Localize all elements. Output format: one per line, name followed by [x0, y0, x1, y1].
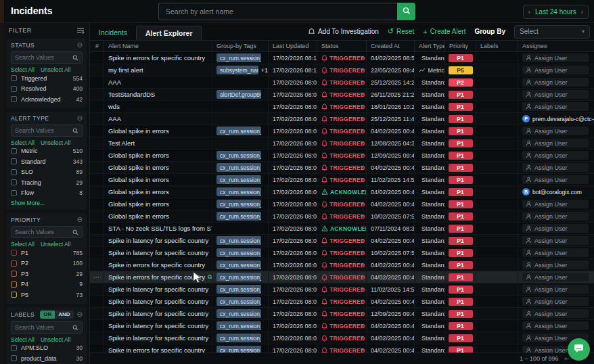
assign-user-button[interactable]: Assign User — [522, 248, 589, 258]
checkbox[interactable] — [11, 75, 17, 81]
status-dropdown[interactable]: TRIGGERED ▾ — [317, 296, 366, 307]
filter-item[interactable]: P1 785 — [11, 248, 83, 258]
filter-item[interactable]: SLO 89 — [11, 167, 83, 178]
time-range-next-icon[interactable]: › — [581, 9, 583, 16]
assign-user-button[interactable]: Assign User — [522, 78, 589, 87]
row-menu-icon[interactable]: ⋯ — [93, 273, 101, 281]
checkbox[interactable] — [11, 355, 17, 361]
table-row[interactable]: ⋯ Spike in latency for specific country … — [90, 308, 594, 320]
status-dropdown[interactable]: TRIGGERED ▾ — [317, 89, 366, 100]
table-row[interactable]: ⋯ Global spike in errors ⧉ cx_rum.sessio… — [90, 162, 594, 174]
checkbox[interactable] — [11, 292, 17, 298]
filter-item[interactable]: Tracing 29 — [11, 177, 83, 188]
assignee-user[interactable]: P prem.devarajalu-c@ctc-g.co — [522, 115, 594, 122]
table-row[interactable]: ⋯ Spike in latency for specific country … — [90, 283, 594, 296]
assign-user-button[interactable]: Assign User — [522, 151, 589, 160]
checkbox[interactable] — [11, 96, 17, 102]
table-row[interactable]: ⋯ STA - No zeek SSL/TLS logs from STA to… — [90, 223, 594, 235]
and-toggle[interactable]: AND — [55, 311, 73, 319]
filter-item[interactable]: APM:SLO 30 — [11, 343, 83, 354]
unselect-all-link[interactable]: Unselect All — [41, 241, 70, 248]
assign-user-button[interactable]: Assign User — [522, 139, 589, 148]
table-row[interactable]: ⋯ Global spike in errors ⧉ cx_rum.sessio… — [90, 174, 594, 186]
select-all-link[interactable]: Select All — [11, 66, 35, 73]
filter-item[interactable]: Triggered 554 — [11, 73, 83, 84]
select-all-link[interactable]: Select All — [11, 241, 35, 248]
status-dropdown[interactable]: ACKNOWLEDGED ▾ — [317, 186, 366, 198]
create-alert-button[interactable]: + Create Alert — [423, 28, 465, 36]
assign-user-button[interactable]: Assign User — [522, 90, 589, 99]
status-dropdown[interactable]: TRIGGERED ▾ — [317, 162, 366, 173]
table-row[interactable]: ⋯ Spike in errors for specific country ⧉… — [90, 344, 594, 352]
add-to-investigation-button[interactable]: Add To Investigation — [308, 28, 379, 36]
filter-item[interactable]: P2 100 — [11, 258, 83, 269]
filter-search-input[interactable] — [15, 127, 72, 134]
status-dropdown[interactable]: TRIGGERED ▾ — [317, 52, 366, 64]
reset-button[interactable]: ↺ Reset — [388, 27, 414, 36]
assign-user-button[interactable]: Assign User — [522, 127, 589, 136]
table-row[interactable]: ⋯ AAA ⧉ 17/02/2026 08:09:34 TRIGGERED ▾ … — [90, 113, 594, 125]
table-row[interactable]: ⋯ Spike in latency for specific country … — [90, 332, 594, 344]
chat-widget-button[interactable] — [568, 338, 590, 361]
labels-or-and-toggle[interactable]: OR AND — [40, 311, 73, 319]
time-range-prev-icon[interactable]: ‹ — [528, 9, 530, 16]
table-row[interactable]: ⋯ my first alert ⧉ subsystem_name: +1 17… — [90, 64, 594, 76]
tab-alert-explorer[interactable]: Alert Explorer — [136, 26, 202, 40]
table-row[interactable]: ⋯ Spike in latency for specific country … — [90, 247, 594, 259]
assign-user-button[interactable]: Assign User — [522, 236, 589, 246]
filter-item[interactable]: P4 9 — [11, 279, 83, 290]
checkbox[interactable] — [11, 260, 17, 267]
status-dropdown[interactable]: TRIGGERED ▾ — [317, 271, 366, 283]
status-dropdown[interactable]: TRIGGERED ▾ — [317, 308, 366, 319]
filter-item[interactable]: Flow 8 — [11, 188, 83, 199]
status-dropdown[interactable]: TRIGGERED ▾ — [317, 150, 366, 161]
status-dropdown[interactable]: TRIGGERED ▾ — [317, 101, 366, 112]
assign-user-button[interactable]: Assign User — [522, 212, 589, 221]
search-button[interactable] — [397, 3, 415, 20]
status-dropdown[interactable]: TRIGGERED ▾ — [317, 137, 366, 149]
status-dropdown[interactable]: TRIGGERED ▾ — [317, 113, 366, 124]
status-dropdown[interactable]: TRIGGERED ▾ — [317, 320, 366, 332]
collapse-section-icon[interactable]: ⊖ — [77, 115, 83, 122]
assign-user-button[interactable]: Assign User — [522, 53, 589, 63]
search-input[interactable] — [158, 3, 397, 20]
checkbox[interactable] — [11, 86, 17, 92]
assign-user-button[interactable]: Assign User — [522, 260, 589, 270]
table-row[interactable]: ⋯ Global spike in errors ⧉ cx_rum.sessio… — [90, 210, 594, 223]
status-dropdown[interactable]: TRIGGERED ▾ — [317, 235, 366, 246]
tab-incidents[interactable]: Incidents — [90, 26, 136, 40]
assign-user-button[interactable]: Assign User — [522, 321, 589, 331]
checkbox[interactable] — [11, 250, 17, 256]
assignee-user[interactable]: B bot@coralogix.com — [522, 188, 582, 196]
table-row[interactable]: ⋯ Spike in errors for specific country ⧉… — [90, 259, 594, 271]
checkbox[interactable] — [11, 158, 17, 164]
table-row[interactable]: ⋯ TestStandardDS ⧉ alertDef.groupByKeys … — [90, 89, 594, 101]
unselect-all-link[interactable]: Unselect All — [41, 139, 70, 146]
table-row[interactable]: ⋯ wds ⧉ 17/02/2026 08:09:35 TRIGGERED ▾ … — [90, 101, 594, 113]
status-dropdown[interactable]: TRIGGERED ▾ — [317, 125, 366, 137]
group-by-select[interactable]: Select ▾ — [514, 25, 590, 39]
status-dropdown[interactable]: TRIGGERED ▾ — [317, 174, 366, 185]
time-range-picker[interactable]: ‹ Last 24 hours › — [523, 5, 589, 19]
table-row[interactable]: ⋯ Spike in latency for specific country … — [90, 296, 594, 308]
filter-search-input[interactable] — [15, 229, 72, 235]
filter-item[interactable]: Acknowledged 42 — [11, 94, 83, 105]
assign-user-button[interactable]: Assign User — [522, 163, 589, 173]
first-page-icon[interactable]: ⇤ — [564, 355, 570, 362]
assign-user-button[interactable]: Assign User — [522, 175, 589, 185]
filter-item[interactable]: Standard 343 — [11, 156, 83, 167]
status-dropdown[interactable]: ACKNOWLEDGED ▾ — [317, 223, 366, 234]
assign-user-button[interactable]: Assign User — [522, 66, 589, 75]
collapse-section-icon[interactable]: ⊖ — [77, 42, 83, 49]
table-row[interactable]: ⋯ Global spike in errors ⧉ cx_rum.sessio… — [90, 125, 594, 137]
table-row[interactable]: ⋯ Global spike in errors ⧉ cx_rum.sessio… — [90, 150, 594, 162]
or-toggle[interactable]: OR — [40, 311, 55, 319]
table-row[interactable]: ⋯ Spike in latency for specific country … — [90, 320, 594, 332]
unselect-all-link[interactable]: Unselect All — [41, 336, 70, 343]
checkbox[interactable] — [11, 179, 17, 185]
select-all-link[interactable]: Select All — [11, 139, 35, 146]
assign-user-button[interactable]: Assign User — [522, 273, 589, 282]
table-row[interactable]: ⋯ Global spike in errors ⧉ cx_rum.sessio… — [90, 186, 594, 198]
collapse-section-icon[interactable]: ⊖ — [77, 217, 83, 223]
filter-item[interactable]: Metric 510 — [11, 146, 83, 157]
